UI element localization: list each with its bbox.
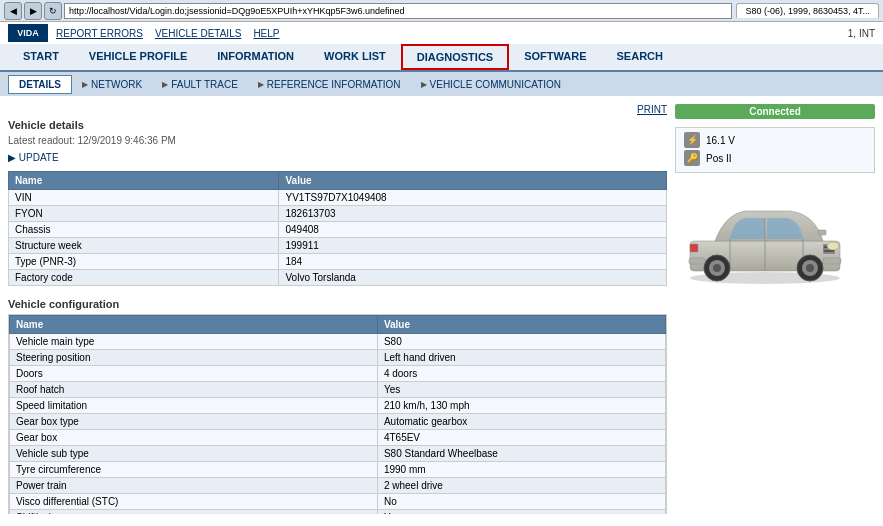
svg-rect-7: [824, 250, 834, 252]
main-nav: START VEHICLE PROFILE INFORMATION WORK L…: [0, 44, 883, 72]
sub-nav-details[interactable]: DETAILS: [8, 75, 72, 94]
svg-rect-17: [689, 258, 705, 264]
table-row: Power train2 wheel drive: [10, 478, 666, 494]
sub-nav-reference-info[interactable]: ▶ REFERENCE INFORMATION: [248, 76, 411, 93]
nav-start[interactable]: START: [8, 44, 74, 70]
table-row: Gear box typeAutomatic gearbox: [10, 414, 666, 430]
config-cell-value: No: [377, 494, 665, 510]
cell-name: FYON: [9, 206, 279, 222]
table-row: Structure week199911: [9, 238, 667, 254]
col-value-header: Value: [279, 172, 667, 190]
print-link[interactable]: PRINT: [637, 104, 667, 115]
config-cell-name: Roof hatch: [10, 382, 378, 398]
pos-row: 🔑 Pos II: [684, 150, 866, 166]
car-image: [675, 181, 855, 291]
config-cell-value: Automatic gearbox: [377, 414, 665, 430]
table-row: FYON182613703: [9, 206, 667, 222]
update-link[interactable]: ▶ UPDATE: [8, 152, 59, 163]
vehicle-details-link[interactable]: VEHICLE DETAILS: [155, 28, 242, 39]
cell-value: Volvo Torslanda: [279, 270, 667, 286]
config-cell-value: S80 Standard Wheelbase: [377, 446, 665, 462]
cell-name: Structure week: [9, 238, 279, 254]
config-cell-name: Speed limitation: [10, 398, 378, 414]
config-cell-name: Gear box: [10, 430, 378, 446]
config-cell-name: Visco differential (STC): [10, 494, 378, 510]
report-errors-link[interactable]: REPORT ERRORS: [56, 28, 143, 39]
config-cell-name: Power train: [10, 478, 378, 494]
print-bar: PRINT: [8, 104, 667, 115]
table-row: Vehicle main typeS80: [10, 334, 666, 350]
nav-work-list[interactable]: WORK LIST: [309, 44, 401, 70]
table-row: Chassis049408: [9, 222, 667, 238]
browser-reload-btn[interactable]: ↻: [44, 2, 62, 20]
right-panel: Connected ⚡ 16.1 V 🔑 Pos II: [675, 104, 875, 514]
config-cell-name: Shiftlock: [10, 510, 378, 515]
vehicle-config-table: Name Value Vehicle main typeS80Steering …: [9, 315, 666, 514]
svg-rect-16: [823, 258, 841, 264]
content-area: PRINT Vehicle details Latest readout: 12…: [0, 96, 883, 522]
config-col-value: Value: [377, 316, 665, 334]
status-info-box: ⚡ 16.1 V 🔑 Pos II: [675, 127, 875, 173]
table-row: Steering positionLeft hand driven: [10, 350, 666, 366]
table-row: ShiftlockYes: [10, 510, 666, 515]
svg-point-12: [713, 264, 721, 272]
config-col-name: Name: [10, 316, 378, 334]
table-row: VINYV1TS97D7X1049408: [9, 190, 667, 206]
config-cell-name: Tyre circumference: [10, 462, 378, 478]
cell-value: YV1TS97D7X1049408: [279, 190, 667, 206]
nav-search[interactable]: SEARCH: [602, 44, 678, 70]
config-cell-value: Yes: [377, 382, 665, 398]
sub-nav-network[interactable]: ▶ NETWORK: [72, 76, 152, 93]
svg-rect-9: [690, 244, 698, 252]
cell-name: Factory code: [9, 270, 279, 286]
help-link[interactable]: HELP: [253, 28, 279, 39]
config-cell-value: 4T65EV: [377, 430, 665, 446]
cell-name: Type (PNR-3): [9, 254, 279, 270]
voltage-row: ⚡ 16.1 V: [684, 132, 866, 148]
nav-vehicle-profile[interactable]: VEHICLE PROFILE: [74, 44, 202, 70]
browser-tab[interactable]: S80 (-06), 1999, 8630453, 4T...: [736, 3, 879, 18]
sub-nav-vehicle-communication[interactable]: ▶ VEHICLE COMMUNICATION: [411, 76, 572, 93]
config-cell-value: 210 km/h, 130 mph: [377, 398, 665, 414]
cell-value: 184: [279, 254, 667, 270]
browser-forward-btn[interactable]: ▶: [24, 2, 42, 20]
pos-value: Pos II: [706, 153, 732, 164]
config-cell-name: Doors: [10, 366, 378, 382]
svg-point-8: [827, 242, 839, 250]
vehicle-details-title: Vehicle details: [8, 119, 667, 131]
cell-value: 199911: [279, 238, 667, 254]
nav-software[interactable]: SOFTWARE: [509, 44, 601, 70]
left-panel: PRINT Vehicle details Latest readout: 12…: [8, 104, 667, 514]
sub-nav: DETAILS ▶ NETWORK ▶ FAULT TRACE ▶ REFERE…: [0, 72, 883, 96]
browser-back-btn[interactable]: ◀: [4, 2, 22, 20]
config-cell-value: 1990 mm: [377, 462, 665, 478]
table-row: Visco differential (STC)No: [10, 494, 666, 510]
vehicle-details-subtitle: Latest readout: 12/9/2019 9:46:36 PM: [8, 135, 667, 146]
cell-name: VIN: [9, 190, 279, 206]
app-top-bar: VIDA REPORT ERRORS VEHICLE DETAILS HELP …: [0, 22, 883, 44]
table-row: Roof hatchYes: [10, 382, 666, 398]
badge-info: 1, INT: [848, 28, 875, 39]
config-cell-name: Vehicle main type: [10, 334, 378, 350]
nav-information[interactable]: INFORMATION: [202, 44, 309, 70]
update-section: ▶ UPDATE: [8, 152, 667, 163]
table-row: Factory codeVolvo Torslanda: [9, 270, 667, 286]
svg-point-15: [806, 264, 814, 272]
connected-status: Connected: [675, 104, 875, 119]
config-cell-name: Gear box type: [10, 414, 378, 430]
config-cell-value: 4 doors: [377, 366, 665, 382]
vehicle-config-title: Vehicle configuration: [8, 298, 667, 310]
sub-nav-fault-trace[interactable]: ▶ FAULT TRACE: [152, 76, 248, 93]
browser-bar: ◀ ▶ ↻ http://localhost/Vida/Login.do;jse…: [0, 0, 883, 22]
config-cell-value: Left hand driven: [377, 350, 665, 366]
config-cell-name: Steering position: [10, 350, 378, 366]
browser-url[interactable]: http://localhost/Vida/Login.do;jsessioni…: [64, 3, 732, 19]
cell-value: 049408: [279, 222, 667, 238]
table-row: Vehicle sub typeS80 Standard Wheelbase: [10, 446, 666, 462]
svg-rect-18: [818, 230, 826, 235]
top-links: REPORT ERRORS VEHICLE DETAILS HELP: [56, 28, 280, 39]
table-row: Type (PNR-3)184: [9, 254, 667, 270]
nav-diagnostics[interactable]: DIAGNOSTICS: [401, 44, 509, 70]
config-cell-value: 2 wheel drive: [377, 478, 665, 494]
table-row: Tyre circumference1990 mm: [10, 462, 666, 478]
